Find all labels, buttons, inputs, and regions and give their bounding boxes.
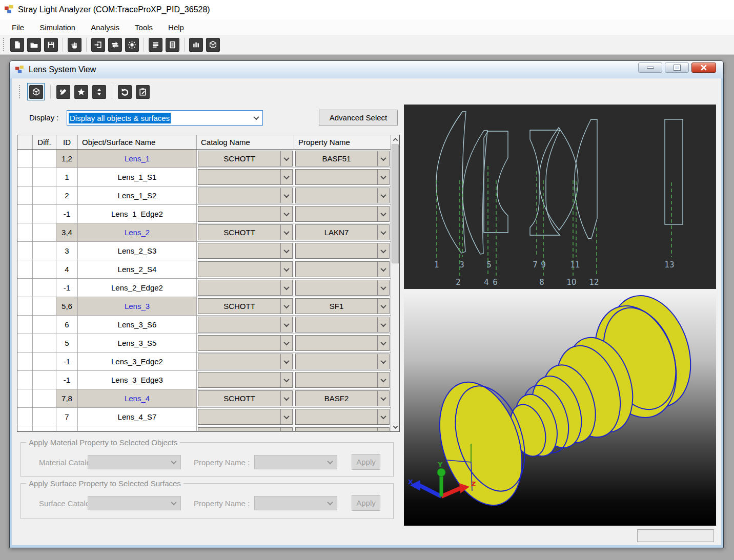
- property-dropdown[interactable]: [295, 354, 390, 369]
- advanced-select-button[interactable]: Advanced Select: [319, 110, 398, 126]
- table-row[interactable]: 3 Lens_2_S3: [17, 242, 391, 260]
- property-dropdown[interactable]: BASF51: [295, 151, 390, 167]
- material-property-combobox[interactable]: [254, 455, 337, 469]
- chevron-down-icon[interactable]: [377, 170, 389, 184]
- menu-file[interactable]: File: [4, 21, 32, 34]
- table-row[interactable]: 5 Lens_3_S5: [17, 334, 391, 352]
- material-catalog-combobox[interactable]: [88, 455, 181, 469]
- property-dropdown[interactable]: [295, 261, 390, 277]
- view3d-button[interactable]: [206, 38, 220, 52]
- chevron-down-icon[interactable]: [280, 280, 292, 295]
- chevron-down-icon[interactable]: [377, 317, 389, 332]
- catalog-dropdown[interactable]: [198, 169, 293, 185]
- menu-analysis[interactable]: Analysis: [83, 21, 127, 34]
- catalog-dropdown[interactable]: [198, 409, 293, 425]
- apply-surface-button[interactable]: Apply: [352, 495, 380, 511]
- chevron-down-icon[interactable]: [377, 391, 389, 406]
- table-row[interactable]: 7,8 Lens_4 SCHOTT BASF2: [17, 389, 391, 408]
- chevron-down-icon[interactable]: [280, 409, 292, 424]
- scroll-up-button[interactable]: [391, 135, 399, 144]
- chevron-down-icon[interactable]: [280, 372, 292, 387]
- property-dropdown[interactable]: [295, 317, 390, 333]
- chevron-down-icon[interactable]: [377, 409, 389, 424]
- table-row[interactable]: 3,4 Lens_2 SCHOTT LAKN7: [17, 223, 391, 242]
- chart-button[interactable]: [189, 38, 203, 52]
- view-cube-button-selected[interactable]: [27, 83, 45, 100]
- close-button[interactable]: [691, 63, 716, 73]
- chevron-down-icon[interactable]: [377, 354, 389, 369]
- table-row[interactable]: 1,2 Lens_1 SCHOTT BASF51: [17, 150, 391, 168]
- toolbar-grip[interactable]: [19, 85, 21, 98]
- edit-button[interactable]: [56, 85, 70, 99]
- catalog-dropdown[interactable]: SCHOTT: [198, 390, 293, 406]
- pan-button[interactable]: [68, 38, 81, 52]
- chevron-down-icon[interactable]: [280, 299, 292, 314]
- chevron-down-icon[interactable]: [377, 299, 389, 314]
- chevron-down-icon[interactable]: [377, 280, 389, 295]
- menu-help[interactable]: Help: [160, 21, 192, 34]
- new-file-button[interactable]: [10, 38, 24, 52]
- table-row[interactable]: -1 Lens_3_Edge3: [17, 371, 391, 389]
- catalog-dropdown[interactable]: SCHOTT: [198, 298, 293, 314]
- catalog-dropdown[interactable]: [198, 188, 293, 203]
- expand-button[interactable]: [92, 85, 106, 99]
- chevron-down-icon[interactable]: [280, 391, 292, 406]
- property-dropdown[interactable]: [295, 372, 390, 388]
- chevron-down-icon[interactable]: [280, 317, 292, 332]
- catalog-dropdown[interactable]: [198, 243, 293, 259]
- scrollbar-thumb[interactable]: [392, 144, 399, 263]
- chevron-down-icon[interactable]: [377, 151, 389, 166]
- chevron-down-icon[interactable]: [280, 206, 292, 221]
- lens-profile-2d-view[interactable]: 1 3 5 7 9 11 13 2 4 6 8 10 12: [404, 105, 716, 289]
- chevron-down-icon[interactable]: [377, 372, 389, 387]
- chevron-down-icon[interactable]: [280, 336, 292, 350]
- table-row[interactable]: 6 Lens_3_S6: [17, 316, 391, 334]
- catalog-dropdown[interactable]: [198, 354, 293, 369]
- chevron-down-icon[interactable]: [280, 262, 292, 277]
- panel-button[interactable]: [166, 38, 179, 52]
- display-combobox[interactable]: Display all objects & surfaces: [67, 110, 263, 126]
- chevron-down-icon[interactable]: [280, 225, 292, 240]
- chevron-down-icon[interactable]: [377, 262, 389, 277]
- scroll-down-button[interactable]: [391, 423, 399, 431]
- catalog-dropdown[interactable]: [198, 317, 293, 333]
- chevron-down-icon[interactable]: [377, 188, 389, 203]
- open-file-button[interactable]: [27, 38, 41, 52]
- transfer-button[interactable]: [108, 38, 122, 52]
- catalog-dropdown[interactable]: [198, 280, 293, 296]
- table-row[interactable]: 2 Lens_1_S2: [17, 186, 391, 205]
- property-dropdown[interactable]: [295, 409, 390, 425]
- chevron-down-icon[interactable]: [377, 336, 389, 350]
- surface-catalog-combobox[interactable]: [88, 496, 181, 510]
- minimize-button[interactable]: [638, 63, 662, 73]
- catalog-dropdown[interactable]: SCHOTT: [198, 151, 293, 167]
- surface-property-combobox[interactable]: [254, 496, 337, 510]
- clipboard-button[interactable]: [136, 85, 150, 99]
- lens-3d-view[interactable]: X Y Z: [404, 290, 716, 526]
- chevron-down-icon[interactable]: [280, 170, 292, 184]
- report-button[interactable]: [149, 38, 162, 52]
- chevron-down-icon[interactable]: [377, 243, 389, 258]
- lens-window-titlebar[interactable]: Lens System View: [10, 61, 723, 78]
- apply-material-button[interactable]: Apply: [352, 454, 380, 470]
- chevron-down-icon[interactable]: [280, 243, 292, 258]
- property-dropdown[interactable]: [295, 243, 390, 259]
- import-button[interactable]: [91, 38, 105, 52]
- menu-simulation[interactable]: Simulation: [32, 21, 83, 34]
- property-dropdown[interactable]: SF1: [295, 298, 390, 314]
- catalog-dropdown[interactable]: SCHOTT: [198, 224, 293, 240]
- table-row[interactable]: -1 Lens_3_Edge2: [17, 352, 391, 371]
- property-dropdown[interactable]: [295, 188, 390, 203]
- property-dropdown[interactable]: LAKN7: [295, 224, 390, 240]
- menu-tools[interactable]: Tools: [127, 21, 160, 34]
- chevron-down-icon[interactable]: [280, 354, 292, 369]
- catalog-dropdown[interactable]: [198, 372, 293, 388]
- property-dropdown[interactable]: [295, 335, 390, 351]
- table-row[interactable]: 7 Lens_4_S7: [17, 408, 391, 426]
- table-row[interactable]: 1 Lens_1_S1: [17, 168, 391, 186]
- table-row[interactable]: 4 Lens_2_S4: [17, 260, 391, 279]
- chevron-down-icon[interactable]: [377, 206, 389, 221]
- chevron-down-icon[interactable]: [280, 151, 292, 166]
- maximize-button[interactable]: [665, 63, 689, 73]
- source-button[interactable]: [125, 38, 139, 52]
